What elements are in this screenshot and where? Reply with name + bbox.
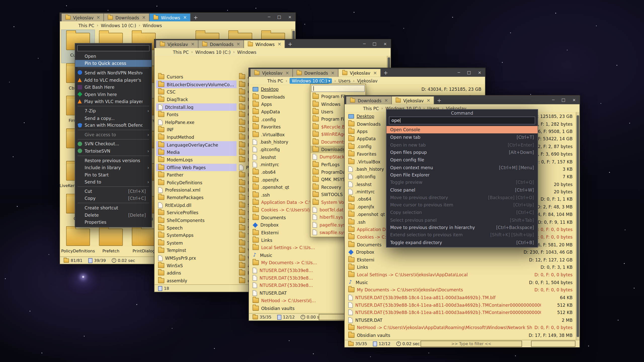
tab-close-icon[interactable]: × [373,70,377,75]
file-row[interactable]: LanguageOverlayCache [156,141,236,149]
command-input[interactable]: ope [389,117,535,124]
new-tab-button[interactable]: + [384,71,388,75]
file-row[interactable]: NTUSER.DAT{53b39e88-18c4-11ea-a811-000d3… [346,309,575,316]
command-palette-item[interactable]: Open new tab [Ctrl+T] [386,133,538,141]
tab[interactable]: Windows × [149,14,190,21]
status-end-box[interactable] [531,341,575,347]
context-menu-item[interactable]: Cut [Ctrl+X] [75,188,152,195]
tab-close-icon[interactable]: × [384,98,388,103]
command-palette-item[interactable]: Select previous panel [Shift+Tab] [386,216,538,224]
context-menu-item[interactable]: Scan with Microsoft Defender... [75,122,152,129]
context-menu-item[interactable]: Delete [Delete] [75,211,152,219]
tab[interactable]: Vjekoslav × [392,97,434,104]
tab[interactable]: Vjekoslav × [251,69,293,77]
tab-close-icon[interactable]: × [285,70,289,75]
file-row[interactable]: Links D: 0, F: 3, 1 KB [346,263,575,271]
file-row[interactable]: Speech [156,224,236,232]
filter-input[interactable]: >> Type to filter << [421,341,522,347]
file-row[interactable]: Dropbox D: 230, F: 1043, 46 GB [346,248,575,256]
file-row[interactable]: SystemApps [156,232,236,239]
file-row[interactable]: Panther [156,171,236,179]
command-palette-item[interactable]: Open File Explorer [386,171,538,178]
file-row[interactable]: ModemLogs [156,156,236,164]
minimize-button[interactable]: ─ [268,15,270,19]
minimize-button[interactable]: ─ [458,70,460,75]
file-row[interactable]: ShellComponents [156,216,236,224]
file-grid-item[interactable]: PolicyDefinitions [62,226,95,257]
scrollbar-thumb[interactable] [577,115,579,337]
scrollbar[interactable] [576,112,580,340]
file-row[interactable]: InputMethod [156,133,236,141]
file-row[interactable]: DtcInstall.log [156,103,236,111]
context-menu-item[interactable]: Send a copy... [75,114,152,122]
file-row[interactable]: Cursors [156,73,236,81]
command-palette-item[interactable]: Move to previous directory in hierarchy … [386,224,538,231]
breadcrumb-item[interactable]: Windows 10 (C:) ▾ › [290,78,338,83]
file-row[interactable]: Music D: 0, F: 1, 504 bytes [346,279,575,286]
command-palette-item[interactable]: Toggle expand directory [Ctrl+B] [386,239,538,246]
breadcrumb-item[interactable]: Windows › [237,50,257,55]
tab[interactable]: Downloads × [346,97,392,104]
tab-close-icon[interactable]: × [183,15,187,20]
file-row[interactable]: Local Settings -> C:\Users\Vjekoslav\App… [346,271,575,279]
tab-close-icon[interactable]: × [331,70,335,75]
context-menu-item[interactable]: Give access to › [75,131,152,138]
file-row[interactable]: WMSysPr9.prx [156,254,236,262]
command-palette-item[interactable]: Open context menu [Ctrl+M] [Menu] [386,164,538,171]
context-menu-item[interactable]: Properties [75,218,152,226]
scrollbar-thumb[interactable] [388,58,390,68]
breadcrumb-item[interactable]: This PC › [173,50,195,55]
file-row[interactable]: Eksterni D: 12, F: 127, 12 GB [346,256,575,263]
close-button[interactable]: × [572,98,576,102]
context-menu-item[interactable]: 7-Zip › [75,107,152,114]
tab[interactable]: Windows × [244,40,285,48]
file-row[interactable]: Obsidian vaults D: 17, F: 149, 38 MB [346,331,575,339]
breadcrumb-item[interactable]: Windows 10 (C:) › [101,23,143,28]
context-menu-item[interactable]: Pin to Quick access [75,60,152,67]
file-row[interactable]: NTUSER.DAT{53b39e88-18c4-11ea-a811-000d3… [346,294,575,301]
file-row[interactable]: My Documents -> C:\Users\Vjekoslav\Docum… [346,286,575,294]
minimize-button[interactable]: ─ [363,41,366,46]
context-menu-item[interactable]: Open [75,53,152,60]
file-row[interactable]: NetHood -> C:\Users\Vjekoslav\AppData\Ro… [346,324,575,331]
file-row[interactable]: BitLockerDiscoveryVolumeContents [156,81,236,88]
context-menu-item[interactable]: Play with VLC media player [75,98,152,105]
maximize-button[interactable]: □ [561,98,565,102]
tab-close-icon[interactable]: × [236,41,240,47]
tab[interactable]: Downloads × [104,14,149,21]
file-row[interactable]: RemotePackages [156,194,236,201]
breadcrumb-item[interactable]: This PC › [78,23,101,28]
file-row[interactable]: addins [156,269,236,277]
command-palette-item[interactable]: Extend selection to previous item [Shift… [386,231,538,239]
command-palette-item[interactable]: Open config file [386,156,538,164]
breadcrumb-item[interactable]: Windows › [143,23,162,28]
context-menu-item[interactable]: Open Vim here [75,91,152,98]
context-menu-item[interactable]: Copy [Ctrl+C] [75,195,152,202]
file-row[interactable]: HelpPane.exe [156,118,236,126]
tab[interactable]: Downloads × [198,40,244,48]
file-row[interactable]: System [156,239,236,247]
breadcrumb-item[interactable]: Vjekoslav › [357,78,377,83]
close-button[interactable]: × [478,70,481,75]
context-menu-item[interactable]: SVN Checkout... [75,140,152,148]
file-row[interactable]: PolicyDefinitions [156,179,236,186]
file-row[interactable]: assembly [156,277,236,284]
breadcrumb-item[interactable]: This PC › [267,78,290,83]
context-menu-item[interactable]: Pin to Start [75,171,152,178]
file-row[interactable]: Media [156,149,236,156]
breadcrumb-item[interactable]: This PC › [363,106,385,111]
file-row[interactable]: TempInst [156,247,236,254]
breadcrumb-item[interactable]: Users › [338,78,357,83]
file-row[interactable]: Desktop D: 43034, F: 125185, 23 GB [251,85,484,93]
maximize-button[interactable]: □ [373,41,376,46]
context-menu-item[interactable]: Restore previous versions [75,157,152,164]
context-menu-item[interactable]: Send with NordVPN Meshnet [75,69,152,76]
context-menu-item[interactable]: Include in library › [75,164,152,171]
file-row[interactable]: CSC [156,88,236,96]
file-row[interactable]: ServiceProfiles [156,209,236,216]
breadcrumb-item[interactable]: Windows 10 (C:) › [195,50,237,55]
tab-close-icon[interactable]: × [427,98,430,103]
tab[interactable]: Vjekoslav × [62,14,104,21]
command-palette-item[interactable]: Open Console [386,126,538,133]
command-palette-item[interactable]: Toggle preview [Ctrl+Q] [386,178,538,186]
